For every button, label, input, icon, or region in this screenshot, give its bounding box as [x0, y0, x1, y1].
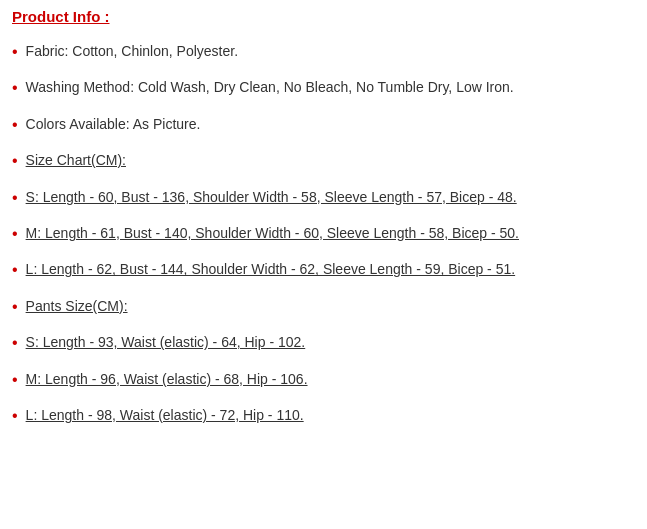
- bullet-dot: •: [12, 187, 18, 209]
- product-info-section: Product Info : • Fabric: Cotton, Chinlon…: [12, 8, 635, 427]
- list-item: • L: Length - 98, Waist (elastic) - 72, …: [12, 405, 635, 427]
- bullet-dot: •: [12, 77, 18, 99]
- bullet-dot: •: [12, 332, 18, 354]
- list-item: • M: Length - 96, Waist (elastic) - 68, …: [12, 369, 635, 391]
- fabric-text: Fabric: Cotton, Chinlon, Polyester.: [26, 41, 238, 62]
- colors-text: Colors Available: As Picture.: [26, 114, 201, 135]
- bullet-dot: •: [12, 114, 18, 136]
- list-item: • Fabric: Cotton, Chinlon, Polyester.: [12, 41, 635, 63]
- bullet-dot: •: [12, 41, 18, 63]
- pants-s-text: S: Length - 93, Waist (elastic) - 64, Hi…: [26, 332, 306, 353]
- pants-m-text: M: Length - 96, Waist (elastic) - 68, Hi…: [26, 369, 308, 390]
- bullet-dot: •: [12, 369, 18, 391]
- product-info-title: Product Info :: [12, 8, 635, 25]
- bullet-dot: •: [12, 405, 18, 427]
- washing-text: Washing Method: Cold Wash, Dry Clean, No…: [26, 77, 514, 98]
- bullet-dot: •: [12, 150, 18, 172]
- list-item: • S: Length - 93, Waist (elastic) - 64, …: [12, 332, 635, 354]
- size-s-text: S: Length - 60, Bust - 136, Shoulder Wid…: [26, 187, 517, 208]
- list-item: • Washing Method: Cold Wash, Dry Clean, …: [12, 77, 635, 99]
- bullet-dot: •: [12, 223, 18, 245]
- bullet-dot: •: [12, 259, 18, 281]
- list-item: • M: Length - 61, Bust - 140, Shoulder W…: [12, 223, 635, 245]
- pants-l-text: L: Length - 98, Waist (elastic) - 72, Hi…: [26, 405, 304, 426]
- list-item: • L: Length - 62, Bust - 144, Shoulder W…: [12, 259, 635, 281]
- size-l-text: L: Length - 62, Bust - 144, Shoulder Wid…: [26, 259, 516, 280]
- bullet-dot: •: [12, 296, 18, 318]
- pants-size-link[interactable]: Pants Size(CM):: [26, 296, 128, 317]
- list-item: • Colors Available: As Picture.: [12, 114, 635, 136]
- list-item: • S: Length - 60, Bust - 136, Shoulder W…: [12, 187, 635, 209]
- size-chart-link[interactable]: Size Chart(CM):: [26, 150, 126, 171]
- size-m-text: M: Length - 61, Bust - 140, Shoulder Wid…: [26, 223, 519, 244]
- list-item: • Size Chart(CM):: [12, 150, 635, 172]
- list-item: • Pants Size(CM):: [12, 296, 635, 318]
- product-bullet-list: • Fabric: Cotton, Chinlon, Polyester. • …: [12, 41, 635, 427]
